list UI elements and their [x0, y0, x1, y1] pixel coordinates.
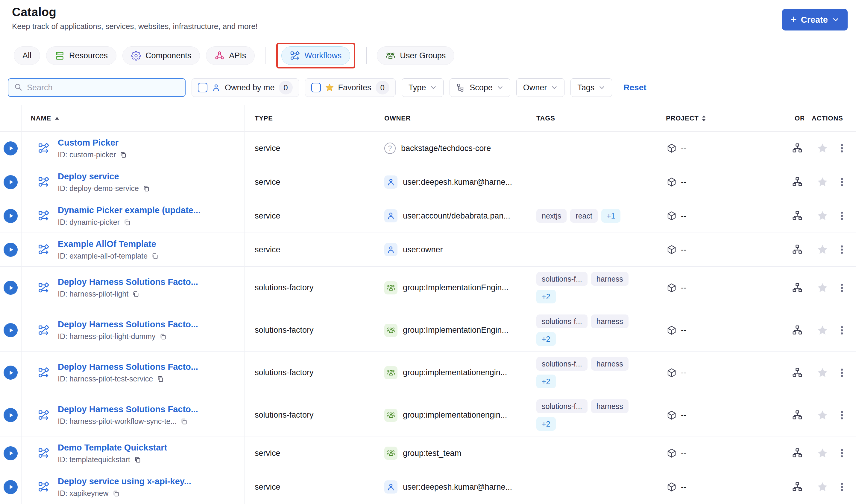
- kebab-menu-icon[interactable]: [837, 211, 847, 221]
- scope-dropdown[interactable]: Scope: [449, 78, 510, 97]
- copy-icon[interactable]: [134, 456, 141, 463]
- favorites-filter[interactable]: Favorites 0: [305, 78, 396, 97]
- tab-components[interactable]: Components: [122, 46, 200, 65]
- kebab-menu-icon[interactable]: [837, 410, 847, 420]
- page-header: Catalog Keep track of applications, serv…: [0, 0, 856, 41]
- copy-icon[interactable]: [156, 375, 164, 383]
- favorite-star-icon[interactable]: [817, 447, 828, 459]
- copy-icon[interactable]: [151, 252, 159, 260]
- kebab-menu-icon[interactable]: [837, 325, 847, 336]
- execute-workflow-button[interactable]: [4, 446, 18, 460]
- favorite-star-icon[interactable]: [817, 210, 828, 222]
- tags-dropdown[interactable]: Tags: [570, 78, 612, 97]
- tab-workflows[interactable]: Workflows: [281, 46, 350, 65]
- kebab-menu-icon[interactable]: [837, 283, 847, 293]
- workflow-id: ID: harness-pilot-light: [58, 290, 129, 298]
- page-title: Catalog: [12, 5, 856, 19]
- type-value: solutions-factory: [255, 411, 314, 420]
- search-input[interactable]: [27, 83, 179, 92]
- tags-more-pill[interactable]: +2: [536, 375, 556, 388]
- owned-by-me-filter[interactable]: Owned by me 0: [191, 78, 299, 97]
- favorites-checkbox[interactable]: [311, 83, 321, 92]
- copy-icon[interactable]: [132, 290, 139, 298]
- tags-more-pill[interactable]: +2: [536, 332, 556, 346]
- execute-workflow-button[interactable]: [4, 209, 18, 223]
- favorite-star-icon[interactable]: [817, 481, 828, 493]
- workflow-name-link[interactable]: Demo Template Quickstart: [58, 443, 167, 453]
- type-dropdown[interactable]: Type: [402, 78, 444, 97]
- project-value: --: [681, 283, 686, 292]
- favorite-star-icon[interactable]: [817, 282, 828, 294]
- type-value: service: [255, 178, 280, 187]
- copy-icon[interactable]: [112, 490, 120, 497]
- workflow-name-link[interactable]: Custom Picker: [58, 138, 127, 148]
- owner-dropdown[interactable]: Owner: [516, 78, 565, 97]
- org-hierarchy-icon: [792, 410, 803, 420]
- group-icon: [384, 447, 397, 460]
- workflow-name-link[interactable]: Deploy Harness Solutions Facto...: [58, 404, 198, 414]
- tag-pill: solutions-f...: [536, 399, 587, 413]
- tab-label: Workflows: [304, 51, 342, 60]
- favorite-star-icon[interactable]: [817, 176, 828, 188]
- workflow-name-link[interactable]: Deploy Harness Solutions Facto...: [58, 320, 198, 329]
- execute-workflow-button[interactable]: [4, 323, 18, 337]
- favorite-star-icon[interactable]: [817, 244, 828, 256]
- type-value: solutions-factory: [255, 368, 314, 377]
- favorite-star-icon[interactable]: [817, 142, 828, 154]
- copy-icon[interactable]: [142, 185, 150, 192]
- tags-more-pill[interactable]: +1: [601, 209, 621, 223]
- sort-ascending-icon[interactable]: [55, 116, 59, 120]
- execute-workflow-button[interactable]: [4, 243, 18, 257]
- owner-value: group:implementationengin...: [403, 368, 507, 377]
- workflow-id: ID: custom-picker: [58, 150, 116, 159]
- execute-workflow-button[interactable]: [4, 365, 18, 380]
- tab-apis[interactable]: APIs: [206, 46, 255, 65]
- workflow-name-link[interactable]: Deploy Harness Solutions Facto...: [58, 277, 198, 287]
- column-header-tags: TAGS: [536, 105, 663, 131]
- execute-workflow-button[interactable]: [4, 175, 18, 189]
- tab-label: All: [22, 51, 31, 60]
- favorite-star-icon[interactable]: [817, 324, 828, 336]
- workflow-name-link[interactable]: Deploy service: [58, 172, 150, 181]
- execute-workflow-button[interactable]: [4, 408, 18, 422]
- execute-workflow-button[interactable]: [4, 141, 18, 156]
- kebab-menu-icon[interactable]: [837, 482, 847, 492]
- workflow-name-link[interactable]: Deploy Harness Solutions Facto...: [58, 362, 198, 372]
- project-icon: [667, 177, 677, 187]
- tab-user-groups[interactable]: User Groups: [377, 46, 454, 65]
- kebab-menu-icon[interactable]: [837, 177, 847, 187]
- copy-icon[interactable]: [180, 418, 188, 425]
- copy-icon[interactable]: [159, 333, 167, 340]
- workflow-icon: [38, 448, 49, 459]
- resources-icon: [55, 51, 65, 61]
- owner-value: group:ImplementationEngin...: [403, 283, 509, 292]
- owned-by-me-checkbox[interactable]: [198, 83, 207, 92]
- kebab-menu-icon[interactable]: [837, 448, 847, 458]
- kebab-menu-icon[interactable]: [837, 143, 847, 154]
- workflow-name-link[interactable]: Dynamic Picker example (update...: [58, 205, 201, 215]
- column-header-name[interactable]: NAME: [21, 105, 244, 131]
- workflow-name-link[interactable]: Example AllOf Template: [58, 239, 159, 249]
- copy-icon[interactable]: [119, 151, 127, 159]
- tab-resources[interactable]: Resources: [46, 46, 116, 65]
- copy-icon[interactable]: [123, 218, 131, 226]
- workflow-name-link[interactable]: Deploy service using x-api-key...: [58, 476, 191, 486]
- column-header-project[interactable]: PROJECT: [663, 105, 778, 131]
- type-value: solutions-factory: [255, 283, 314, 292]
- tag-pill: nextjs: [536, 209, 567, 223]
- reset-button[interactable]: Reset: [623, 83, 646, 92]
- project-value: --: [681, 144, 686, 153]
- sort-both-icon[interactable]: [702, 115, 706, 122]
- execute-workflow-button[interactable]: [4, 480, 18, 494]
- search-box[interactable]: [8, 78, 186, 97]
- execute-workflow-button[interactable]: [4, 281, 18, 295]
- tags-more-pill[interactable]: +2: [536, 417, 556, 431]
- kebab-menu-icon[interactable]: [837, 245, 847, 255]
- tab-all[interactable]: All: [14, 46, 40, 65]
- favorite-star-icon[interactable]: [817, 367, 828, 379]
- create-button[interactable]: + Create: [782, 9, 848, 31]
- tags-more-pill[interactable]: +2: [536, 290, 556, 303]
- kebab-menu-icon[interactable]: [837, 368, 847, 378]
- workflows-icon: [290, 51, 300, 61]
- favorite-star-icon[interactable]: [817, 409, 828, 421]
